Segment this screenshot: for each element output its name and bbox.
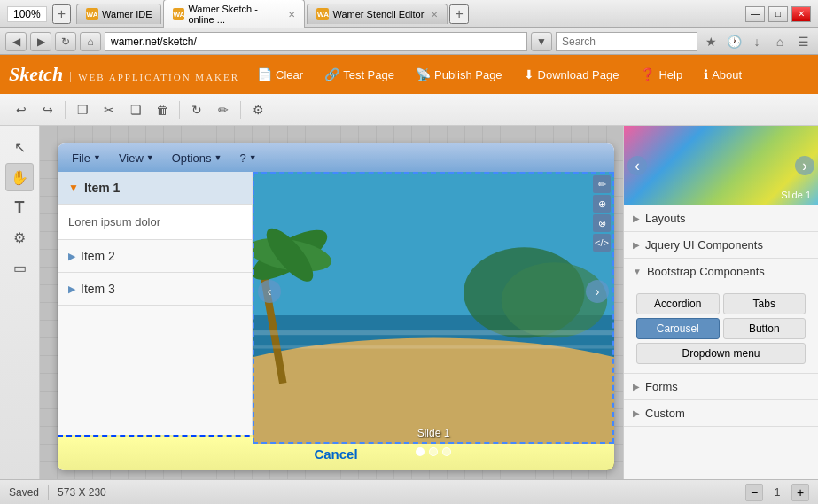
new-tab-button[interactable]: + [52,4,71,24]
pointer-tool[interactable]: ↖ [5,133,34,161]
left-tools: ↖ ✋ T ⚙ ▭ [0,126,40,479]
download-icon[interactable]: ↓ [747,32,767,51]
delete-button[interactable]: 🗑 [150,98,175,121]
bootstrap-section: ▼ Bootstrap Components Accordion Tabs Ca… [624,259,818,374]
custom-header[interactable]: ▶ Custom [624,400,818,426]
carousel-tool-code[interactable]: </> [593,234,611,252]
carousel-dot-1[interactable] [416,447,425,456]
back-button[interactable]: ◀ [5,32,27,51]
search-input[interactable] [556,32,697,51]
preview-next-button[interactable]: › [795,156,814,175]
options-menu[interactable]: Options ▼ [165,149,230,167]
accordion-item1-header[interactable]: ▼ Item 1 [58,172,252,205]
refresh-edit-button[interactable]: ↻ [184,98,209,121]
copy-button[interactable]: ❐ [70,98,95,121]
tab-close-button[interactable]: ✕ [288,10,295,19]
bookmark-icon[interactable]: ★ [701,32,721,51]
home-nav-icon[interactable]: ⌂ [770,32,790,51]
test-page-button[interactable]: 🔗 Test Page [316,63,403,86]
toolbar-separator-2 [179,101,180,119]
address-go-button[interactable]: ▼ [531,32,552,51]
help-button[interactable]: ❓ Help [631,63,691,86]
accordion-item2-label: Item 2 [81,249,115,263]
button-component-btn[interactable]: Button [723,318,806,339]
bootstrap-header[interactable]: ▼ Bootstrap Components [624,259,818,284]
text-tool[interactable]: T [5,193,34,221]
accordion-item1-arrow: ▼ [68,182,79,194]
app-logo: SketchWEB APPLICATION MAKER [9,63,245,86]
zoom-increase-button[interactable]: + [791,484,809,501]
preview-prev-button[interactable]: ‹ [627,156,647,175]
about-label: About [712,68,742,81]
frame-tool[interactable]: ▭ [5,253,34,282]
right-panel: ‹ › Slide 1 ▶ Layouts ▶ Jquery UI Compon… [623,126,818,479]
view-menu[interactable]: View ▼ [112,149,161,167]
forms-header[interactable]: ▶ Forms [624,374,818,399]
tab-stencil-editor[interactable]: WA Wamer Stencil Editor ✕ [307,4,448,24]
accordion-item3-label: Item 3 [81,282,115,296]
publish-page-button[interactable]: 📡 Publish Page [407,63,511,86]
accordion-item3[interactable]: ▶ Item 3 [58,273,252,306]
tab-wamer-sketch[interactable]: WA Wamer Sketch - online ... ✕ [163,0,305,28]
history-icon[interactable]: 🕐 [724,32,744,51]
file-menu[interactable]: File ▼ [65,149,108,167]
edit-pen-button[interactable]: ✏ [211,98,236,121]
redo-button[interactable]: ↪ [35,98,60,121]
accordion-item3-arrow: ▶ [68,283,75,295]
carousel-next-button[interactable]: › [586,280,609,303]
maximize-button[interactable]: □ [768,6,788,22]
help-menu[interactable]: ? ▼ [232,149,263,167]
hand-tool[interactable]: ✋ [5,163,34,191]
saved-status: Saved [9,486,39,499]
about-icon: ℹ [704,67,708,81]
about-button[interactable]: ℹ About [695,63,751,86]
carousel-tool-3[interactable]: ⊗ [593,214,611,232]
tab-bar: WA Wamer IDE WA Wamer Sketch - online ..… [76,0,740,28]
slide-label: Slide 1 [417,427,450,439]
help-label: Help [658,68,682,81]
dropdown-component-btn[interactable]: Dropdown menu [636,343,806,364]
tabs-component-btn[interactable]: Tabs [723,293,806,314]
status-separator [48,485,49,500]
canvas-area[interactable]: File ▼ View ▼ Options ▼ ? ▼ [40,126,623,479]
zoom-level: 100% [7,6,47,22]
carousel-prev-button[interactable]: ‹ [258,280,281,303]
test-page-label: Test Page [343,68,394,81]
layouts-header[interactable]: ▶ Layouts [624,205,818,231]
add-tab-button[interactable]: + [449,4,468,24]
undo-button[interactable]: ↩ [9,98,34,121]
menu-icon[interactable]: ☰ [793,32,813,51]
download-page-icon: ⬇ [524,67,534,81]
jquery-arrow: ▶ [633,240,640,250]
refresh-button[interactable]: ↻ [55,32,76,51]
carousel-tool-2[interactable]: ⊕ [593,195,611,213]
settings-button[interactable]: ⚙ [245,98,270,121]
preview-carousel: ‹ › Slide 1 [624,126,818,205]
address-input[interactable] [105,32,527,51]
widget-container: File ▼ View ▼ Options ▼ ? ▼ [58,143,614,470]
component-tool[interactable]: ⚙ [5,223,34,252]
jquery-ui-header[interactable]: ▶ Jquery UI Components [624,232,818,258]
carousel-dot-2[interactable] [429,447,438,456]
carousel-dot-3[interactable] [442,447,451,456]
carousel-tool-1[interactable]: ✏ [593,175,611,193]
tab-favicon-sketch: WA [173,8,184,20]
accordion-item2[interactable]: ▶ Item 2 [58,240,252,273]
home-button[interactable]: ⌂ [80,32,101,51]
clear-button[interactable]: 📄 Clear [248,63,312,86]
carousel-component-btn[interactable]: Carousel [636,318,720,339]
minimize-button[interactable]: — [745,6,765,22]
download-page-button[interactable]: ⬇ Download Page [515,63,628,86]
bootstrap-label: Bootstrap Components [647,265,765,278]
close-button[interactable]: ✕ [791,6,811,22]
accordion-component-btn[interactable]: Accordion [636,293,720,314]
cut-button[interactable]: ✂ [97,98,121,121]
cancel-button[interactable]: Cancel [314,446,357,461]
zoom-decrease-button[interactable]: − [745,484,763,501]
svg-rect-10 [253,330,614,335]
paste-button[interactable]: ❏ [123,98,148,121]
forms-label: Forms [645,380,678,393]
forward-button[interactable]: ▶ [30,32,51,51]
tab-wamer-ide[interactable]: WA Wamer IDE [76,4,161,24]
tab-close-stencil[interactable]: ✕ [431,10,438,19]
